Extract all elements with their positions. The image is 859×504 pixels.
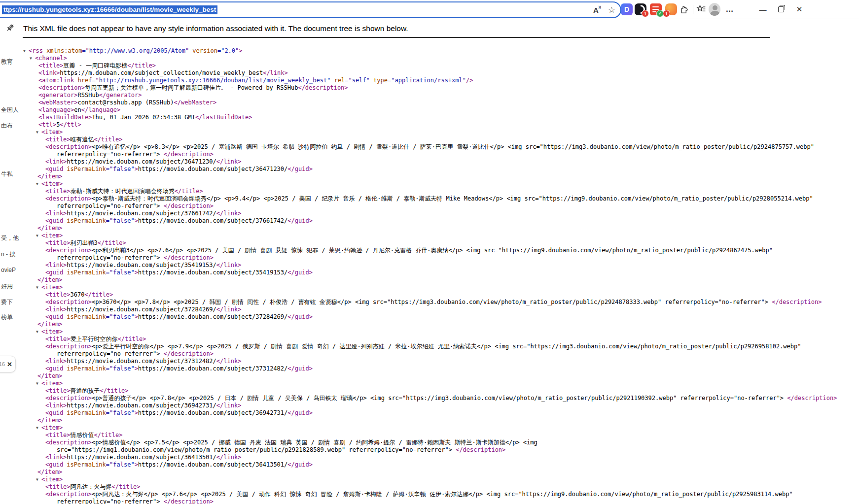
xml-line: </item> — [19, 173, 859, 180]
xml-line: <atom:link href="http://rushub.yungetool… — [19, 77, 859, 84]
sidebar-tab-fragment[interactable]: 教育 — [1, 58, 23, 66]
notification-badge: 1 — [642, 10, 649, 17]
close-button[interactable]: ✕ — [793, 3, 805, 15]
tab-count: 16 — [0, 361, 5, 367]
sidebar-tab-fragment[interactable]: 全国人 — [1, 106, 23, 114]
collapse-arrow[interactable]: ▼ — [36, 476, 41, 483]
xml-line: <title>阿凡达：火与烬</title> — [19, 483, 859, 491]
sidebar-tab-fragment[interactable]: 费下 — [1, 298, 23, 306]
xml-line: <link>https://movie.douban.com/subject/3… — [19, 454, 859, 461]
xml-line: <description><p>3670</p> <p>7.8</p> <p>2… — [19, 299, 859, 306]
collapse-arrow[interactable]: ▼ — [30, 55, 35, 62]
sidebar-tab-fragment[interactable]: ovieP — [1, 267, 23, 273]
collapse-arrow[interactable]: ▼ — [36, 424, 41, 432]
xml-line: <title>泰勒·斯威夫特：时代巡回演唱会终场秀</title> — [19, 188, 859, 195]
extension-orange-icon[interactable]: 1 — [665, 3, 677, 15]
xml-line: <title>情感价值</title> — [19, 432, 859, 439]
xml-line: </item> — [19, 469, 859, 476]
xml-notice: This XML file does not appear to have an… — [23, 24, 859, 33]
tab-pill[interactable]: 16 ✕ — [0, 356, 16, 372]
xml-line: ▼<item> — [19, 476, 859, 483]
collapse-arrow[interactable]: ▼ — [36, 180, 41, 188]
collapse-arrow[interactable]: ▼ — [36, 232, 41, 239]
unpin-sidebar-icon[interactable] — [6, 23, 15, 34]
vertical-tabs-sidebar: 教育全国人由布牛私受，他n - 搜ovieP好用费下榜单 16 ✕ — [0, 19, 19, 504]
xml-line: ▼<item> — [19, 129, 859, 136]
xml-line: <description><p>唯有追忆</p> <p>8.3</p> <p>2… — [19, 143, 859, 151]
xml-line: <guid isPermaLink="false">https://movie.… — [19, 365, 859, 372]
xml-line: ▼<item> — [19, 380, 859, 387]
sidebar-tab-fragment[interactable]: 好用 — [1, 282, 23, 291]
browser-toolbar: ttps://rushub.yungetools.xyz:16666/douba… — [0, 0, 859, 19]
xml-line: <generator>RSSHub</generator> — [19, 92, 859, 99]
xml-line: referrerpolicy="no-referrer"> </descript… — [19, 151, 859, 158]
xml-line: <link>https://movie.douban.com/subject/3… — [19, 262, 859, 269]
xml-line: src="https://img1.doubanio.com/view/phot… — [19, 446, 859, 454]
xml-line: ▼<rss xmlns:atom="http://www.w3.org/2005… — [19, 47, 859, 55]
xml-line: <title>唯有追忆</title> — [19, 136, 859, 143]
extension-d-icon[interactable]: D — [621, 3, 633, 15]
collapse-arrow[interactable]: ▼ — [36, 328, 41, 336]
collapse-arrow[interactable]: ▼ — [36, 380, 41, 387]
sidebar-tab-fragment[interactable]: n - 搜 — [1, 250, 23, 259]
xml-line: <guid isPermaLink="false">https://movie.… — [19, 269, 859, 276]
profile-avatar[interactable] — [709, 3, 720, 15]
xml-line: referrerpolicy="no-referrer"> </descript… — [19, 254, 859, 262]
favorite-star-icon[interactable]: ☆ — [608, 5, 615, 15]
xml-line: <link>https://movie.douban.com/subject/3… — [19, 306, 859, 313]
notice-divider — [23, 37, 770, 38]
xml-line: <title>豆瓣 - 一周口碑电影榜</title> — [19, 62, 859, 69]
url-text[interactable]: ttps://rushub.yungetools.xyz:16666/douba… — [2, 5, 217, 14]
xml-line: <guid isPermaLink="false">https://movie.… — [19, 217, 859, 225]
collapse-arrow[interactable]: ▼ — [36, 129, 41, 136]
xml-line: <title>普通的孩子</title> — [19, 387, 859, 395]
xml-line: <title>3670</title> — [19, 291, 859, 299]
xml-line: referrerpolicy="no-referrer"> </descript… — [19, 498, 859, 504]
read-aloud-icon[interactable]: A⁾⁾ — [593, 5, 601, 14]
extension-dark-icon[interactable]: 1 — [635, 3, 646, 15]
address-bar[interactable]: ttps://rushub.yungetools.xyz:16666/douba… — [0, 1, 621, 18]
restore-button[interactable] — [775, 3, 787, 15]
tab-close-icon[interactable]: ✕ — [7, 361, 12, 368]
xml-line: ▼<item> — [19, 284, 859, 291]
xml-line: ▼<item> — [19, 180, 859, 188]
xml-line: <link>https://movie.douban.com/subject/3… — [19, 402, 859, 409]
browser-window: ttps://rushub.yungetools.xyz:16666/douba… — [0, 0, 859, 504]
xml-line: <lastBuildDate>Thu, 01 Jan 2026 02:54:38… — [19, 114, 859, 121]
collapse-arrow[interactable]: ▼ — [23, 47, 29, 55]
xml-line: <description><p>泰勒·斯威夫特：时代巡回演唱会终场秀</p> <… — [19, 195, 859, 202]
sidebar-tab-fragment[interactable]: 牛私 — [1, 170, 23, 178]
xml-line: <title>爱上平行时空的你</title> — [19, 336, 859, 343]
xml-line: <link>https://movie.douban.com/subject/3… — [19, 210, 859, 217]
collections-icon[interactable] — [695, 3, 707, 15]
xml-line: <description><p>利刃出鞘3</p> <p>7.6</p> <p>… — [19, 247, 859, 254]
sidebar-tab-fragment[interactable]: 由布 — [1, 122, 23, 130]
minimize-button[interactable]: — — [757, 3, 769, 15]
xml-line: ▼<item> — [19, 328, 859, 336]
xml-line: <guid isPermaLink="false">https://movie.… — [19, 313, 859, 321]
collapse-arrow[interactable]: ▼ — [36, 284, 41, 291]
toolbar-divider — [693, 5, 693, 14]
xml-line: </item> — [19, 225, 859, 232]
xml-line: <ttl>5</ttl> — [19, 121, 859, 129]
xml-line: <title>利刃出鞘3</title> — [19, 239, 859, 247]
xml-line: </item> — [19, 417, 859, 424]
xml-line: </item> — [19, 276, 859, 284]
xml-line: <link>https://m.douban.com/subject_colle… — [19, 69, 859, 77]
sidebar-tab-fragment[interactable]: 榜单 — [1, 313, 23, 322]
xml-line: <guid isPermaLink="false">https://movie.… — [19, 409, 859, 417]
settings-menu-icon[interactable]: … — [724, 3, 736, 15]
xml-tree: ▼<rss xmlns:atom="http://www.w3.org/2005… — [19, 47, 859, 504]
xml-line: <webMaster>contact@rsshub.app (RSSHub)</… — [19, 99, 859, 106]
xml-viewer: This XML file does not appear to have an… — [19, 19, 859, 504]
xml-line: ▼<channel> — [19, 55, 859, 62]
sidebar-tab-fragment[interactable]: 受，他 — [1, 234, 23, 242]
xml-line: <guid isPermaLink="false">https://movie.… — [19, 166, 859, 173]
xml-line: <guid isPermaLink="false">https://movie.… — [19, 461, 859, 469]
xml-line: <description>每周五更新；关注榜单，第一时间了解最新口碑佳片。 - … — [19, 84, 859, 92]
xml-line: referrerpolicy="no-referrer"> </descript… — [19, 350, 859, 358]
extension-doc-icon[interactable]: ✓ — [650, 3, 662, 15]
extensions-puzzle-icon[interactable] — [679, 3, 690, 15]
xml-line: <description><p>普通的孩子</p> <p>7.8</p> <p>… — [19, 395, 859, 402]
xml-line: <description><p>阿凡达：火与烬</p> <p>7.6</p> <… — [19, 491, 859, 498]
